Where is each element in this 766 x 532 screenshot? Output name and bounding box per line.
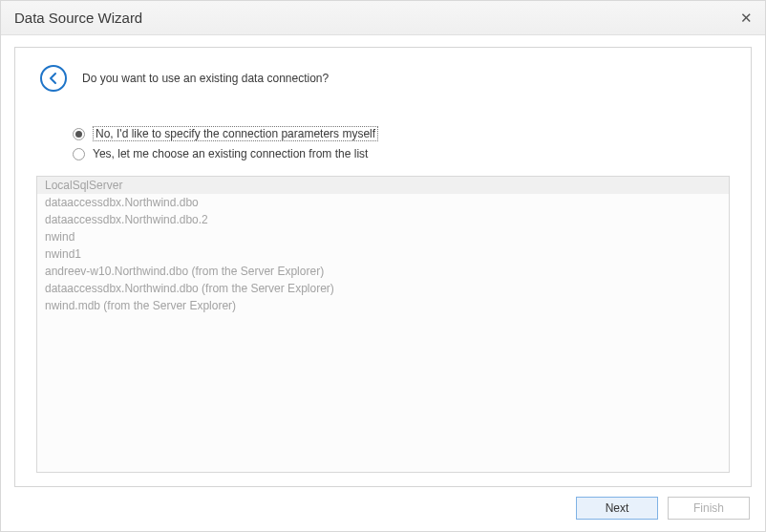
list-item[interactable]: nwind [37, 228, 729, 245]
connection-list[interactable]: LocalSqlServer dataaccessdbx.Northwind.d… [36, 176, 730, 473]
wizard-question: Do you want to use an existing data conn… [82, 72, 329, 85]
radio-option-no[interactable]: No, I'd like to specify the connection p… [73, 126, 730, 141]
content-area: Do you want to use an existing data conn… [1, 35, 765, 531]
list-item[interactable]: andreev-w10.Northwind.dbo (from the Serv… [37, 263, 729, 280]
back-button[interactable] [40, 65, 67, 92]
arrow-left-icon [47, 72, 60, 85]
list-item[interactable]: dataaccessdbx.Northwind.dbo (from the Se… [37, 280, 729, 297]
titlebar: Data Source Wizard ✕ [1, 1, 765, 35]
header-row: Do you want to use an existing data conn… [36, 61, 730, 113]
finish-button: Finish [668, 497, 750, 520]
list-item[interactable]: dataaccessdbx.Northwind.dbo [37, 194, 729, 211]
radio-label-yes: Yes, let me choose an existing connectio… [93, 147, 368, 160]
next-button[interactable]: Next [576, 497, 658, 520]
radio-icon [73, 148, 85, 160]
list-item[interactable]: dataaccessdbx.Northwind.dbo.2 [37, 211, 729, 228]
list-item[interactable]: nwind1 [37, 245, 729, 263]
radio-label-no: No, I'd like to specify the connection p… [93, 126, 378, 141]
window-title: Data Source Wizard [14, 10, 736, 26]
list-item[interactable]: LocalSqlServer [37, 177, 729, 194]
wizard-panel: Do you want to use an existing data conn… [14, 47, 752, 487]
button-row: Next Finish [14, 487, 752, 521]
list-item[interactable]: nwind.mdb (from the Server Explorer) [37, 297, 729, 314]
close-icon[interactable]: ✕ [736, 9, 755, 28]
wizard-window: Data Source Wizard ✕ Do you want to use … [0, 0, 766, 532]
radio-group: No, I'd like to specify the connection p… [73, 126, 730, 160]
radio-icon [73, 128, 85, 140]
radio-option-yes[interactable]: Yes, let me choose an existing connectio… [73, 147, 730, 160]
